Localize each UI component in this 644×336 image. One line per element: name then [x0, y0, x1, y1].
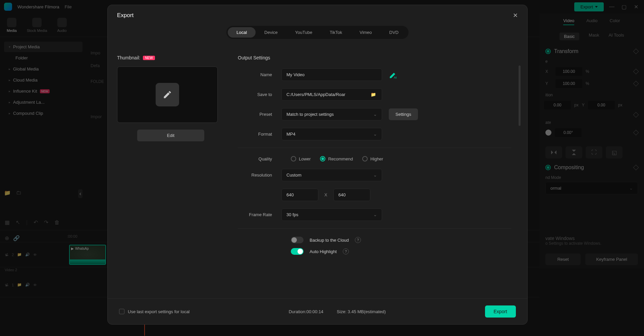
save-to-input[interactable]	[281, 88, 382, 101]
name-input[interactable]	[281, 68, 382, 81]
radio-icon	[362, 156, 368, 161]
scrollbar-thumb[interactable]	[519, 65, 521, 126]
resolution-height-input[interactable]	[333, 189, 370, 201]
use-last-settings-label: Use last export settings for local	[128, 309, 190, 314]
preset-value: Match to project settings	[286, 112, 334, 117]
preset-settings-button[interactable]: Settings	[389, 108, 418, 120]
thumbnail-preview[interactable]	[117, 66, 218, 123]
auto-highlight-label: Auto Highlight	[310, 249, 337, 254]
size-text: Size: 3.45 MB(estimated)	[337, 309, 386, 314]
backup-cloud-toggle[interactable]	[291, 237, 304, 243]
higher-label: Higher	[370, 156, 383, 161]
export-target-tabs: Local Device YouTube TikTok Vimeo DVD	[226, 26, 409, 39]
ai-pencil-icon[interactable]: AI	[389, 70, 397, 79]
folder-icon[interactable]: 📁	[371, 92, 376, 97]
duration-text: Duration:00:00:14	[289, 309, 323, 314]
x-separator: X	[324, 192, 327, 197]
thumbnail-section: Thumbnail: NEW Edit	[117, 45, 224, 298]
new-badge: NEW	[143, 56, 155, 60]
chevron-down-icon: ⌄	[373, 132, 377, 137]
format-value: MP4	[286, 132, 296, 137]
resolution-value: Custom	[286, 173, 302, 178]
tab-local[interactable]: Local	[228, 27, 256, 38]
resolution-label: Resolution	[238, 173, 281, 178]
frame-rate-select[interactable]: 30 fps ⌄	[281, 208, 382, 221]
name-label: Name	[238, 72, 281, 77]
chevron-down-icon: ⌄	[373, 112, 377, 117]
export-modal: Export ✕ Local Device YouTube TikTok Vim…	[107, 5, 528, 325]
quality-recommend[interactable]: Recommend	[320, 156, 353, 161]
svg-text:AI: AI	[394, 76, 396, 79]
recommend-label: Recommend	[328, 156, 353, 161]
use-last-settings-checkbox[interactable]	[119, 309, 124, 314]
lower-label: Lower	[299, 156, 311, 161]
output-settings-title: Output Settings	[238, 55, 511, 60]
tab-device[interactable]: Device	[256, 27, 286, 38]
frame-rate-value: 30 fps	[286, 212, 298, 217]
format-label: Format	[238, 132, 281, 137]
chevron-down-icon: ⌄	[373, 212, 377, 217]
chevron-down-icon: ⌄	[373, 173, 377, 178]
help-icon[interactable]: ?	[343, 248, 349, 254]
edit-thumbnail-button[interactable]: Edit	[137, 130, 204, 141]
tab-dvd[interactable]: DVD	[381, 27, 407, 38]
radio-icon	[320, 156, 325, 161]
backup-cloud-label: Backup to the Cloud	[310, 238, 349, 243]
auto-highlight-toggle[interactable]	[291, 248, 304, 255]
tab-youtube[interactable]: YouTube	[286, 27, 321, 38]
divider	[238, 228, 511, 229]
output-settings: Output Settings Name AI Save to 📁 Preset…	[238, 45, 518, 298]
resolution-width-input[interactable]	[281, 189, 318, 201]
quality-higher[interactable]: Higher	[362, 156, 383, 161]
resolution-select[interactable]: Custom ⌄	[281, 169, 382, 181]
tab-tiktok[interactable]: TikTok	[321, 27, 351, 38]
quality-label: Quality	[238, 156, 281, 161]
divider	[238, 148, 511, 148]
close-icon[interactable]: ✕	[513, 12, 518, 19]
radio-icon	[291, 156, 296, 161]
help-icon[interactable]: ?	[355, 237, 361, 243]
modal-title: Export	[117, 12, 133, 19]
preset-label: Preset	[238, 112, 281, 117]
save-to-label: Save to	[238, 92, 281, 97]
thumbnail-label: Thumbnail:	[117, 55, 140, 60]
quality-lower[interactable]: Lower	[291, 156, 311, 161]
format-select[interactable]: MP4 ⌄	[281, 128, 382, 140]
tab-vimeo[interactable]: Vimeo	[351, 27, 381, 38]
edit-thumbnail-icon	[156, 83, 179, 106]
export-button[interactable]: Export	[485, 305, 516, 318]
frame-rate-label: Frame Rate	[238, 212, 281, 217]
preset-select[interactable]: Match to project settings ⌄	[281, 108, 382, 121]
